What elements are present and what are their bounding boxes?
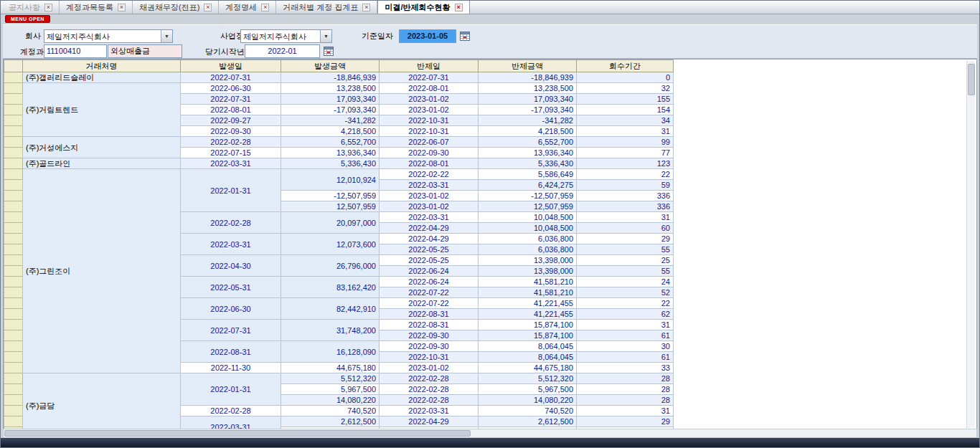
period-cell[interactable]: 32 — [577, 83, 674, 94]
amount-cell[interactable]: 20,097,000 — [281, 212, 380, 234]
tab-close-icon[interactable]: × — [44, 4, 52, 11]
row-selector-cell[interactable] — [4, 191, 23, 201]
amount-cell[interactable]: 5,512,320 — [479, 373, 577, 384]
row-selector-cell[interactable] — [4, 115, 23, 126]
amount-cell[interactable]: -17,093,340 — [281, 105, 380, 115]
row-selector-cell[interactable] — [4, 277, 23, 287]
site-select[interactable]: 제일저지주식회사 ▼ — [240, 29, 332, 43]
row-selector-cell[interactable] — [4, 266, 23, 277]
date-cell[interactable]: 2022-04-29 — [380, 234, 479, 244]
amount-cell[interactable]: 15,874,100 — [479, 330, 577, 341]
period-cell[interactable]: 33 — [577, 363, 674, 373]
row-selector-cell[interactable] — [4, 169, 23, 180]
amount-cell[interactable]: 740,520 — [281, 406, 380, 416]
date-cell[interactable]: 2022-08-31 — [380, 309, 479, 320]
date-cell[interactable]: 2022-03-31 — [181, 234, 281, 255]
amount-cell[interactable]: 5,967,500 — [479, 384, 577, 395]
amount-cell[interactable]: 13,398,000 — [479, 266, 577, 277]
date-cell[interactable]: 2022-04-29 — [380, 223, 479, 234]
amount-cell[interactable]: 82,442,910 — [281, 298, 380, 320]
amount-cell[interactable]: -341,282 — [479, 115, 577, 126]
amount-cell[interactable]: 13,238,500 — [281, 83, 380, 94]
amount-cell[interactable]: 13,238,500 — [479, 83, 577, 94]
chevron-down-icon[interactable]: ▼ — [320, 30, 331, 42]
period-cell[interactable]: 59 — [577, 180, 674, 191]
amount-cell[interactable]: 41,581,210 — [479, 277, 577, 287]
period-cell[interactable]: 29 — [577, 234, 674, 244]
period-start-input[interactable]: 2022-01 — [245, 44, 320, 58]
amount-cell[interactable]: 31,748,200 — [281, 320, 380, 341]
date-cell[interactable]: 2022-02-28 — [380, 384, 479, 395]
amount-cell[interactable]: 41,221,455 — [479, 309, 577, 320]
amount-cell[interactable]: 13,936,340 — [479, 148, 577, 158]
date-cell[interactable]: 2023-01-02 — [380, 363, 479, 373]
account-code-input[interactable]: 11100410 — [44, 44, 107, 58]
period-cell[interactable]: 22 — [577, 298, 674, 309]
period-cell[interactable]: 31 — [577, 320, 674, 330]
date-cell[interactable]: 2022-03-31 — [380, 212, 479, 223]
period-cell[interactable]: 30 — [577, 341, 674, 352]
amount-cell[interactable]: 41,221,455 — [479, 298, 577, 309]
row-selector-cell[interactable] — [4, 406, 23, 416]
date-cell[interactable]: 2022-07-22 — [380, 298, 479, 309]
date-cell[interactable]: 2023-01-02 — [380, 105, 479, 115]
period-cell[interactable]: 336 — [577, 191, 674, 201]
vertical-scrollbar-thumb[interactable] — [968, 64, 975, 95]
tab-close-icon[interactable]: × — [455, 4, 463, 11]
date-cell[interactable]: 2022-06-24 — [380, 277, 479, 287]
row-selector-cell[interactable] — [4, 330, 23, 341]
period-cell[interactable]: 28 — [577, 395, 674, 406]
date-cell[interactable]: 2022-02-22 — [380, 169, 479, 180]
period-cell[interactable]: 99 — [577, 137, 674, 148]
period-cell[interactable]: 123 — [577, 158, 674, 169]
horizontal-scrollbar[interactable] — [3, 429, 977, 438]
row-selector-cell[interactable] — [4, 201, 23, 212]
period-cell[interactable]: 55 — [577, 266, 674, 277]
date-cell[interactable]: 2022-09-27 — [181, 115, 281, 126]
amount-cell[interactable]: 6,036,800 — [479, 244, 577, 255]
period-calendar-button[interactable] — [323, 46, 334, 57]
tab-close-icon[interactable]: × — [118, 4, 126, 11]
row-selector-cell[interactable] — [4, 341, 23, 352]
amount-cell[interactable]: 5,336,430 — [479, 158, 577, 169]
amount-cell[interactable]: 6,424,275 — [479, 180, 577, 191]
amount-cell[interactable]: 83,162,420 — [281, 277, 380, 298]
amount-cell[interactable]: 6,036,800 — [479, 234, 577, 244]
tab-close-icon[interactable]: × — [204, 4, 212, 11]
date-cell[interactable]: 2022-03-31 — [181, 158, 281, 169]
row-selector-cell[interactable] — [4, 352, 23, 363]
period-cell[interactable]: 34 — [577, 115, 674, 126]
chevron-down-icon[interactable]: ▼ — [161, 30, 172, 42]
customer-cell[interactable]: (주)골드라인 — [23, 158, 181, 169]
date-cell[interactable]: 2022-02-28 — [181, 406, 281, 416]
period-cell[interactable]: 24 — [577, 277, 674, 287]
period-cell[interactable]: 61 — [577, 352, 674, 363]
amount-cell[interactable]: 26,796,000 — [281, 255, 380, 277]
amount-cell[interactable]: 8,064,045 — [479, 341, 577, 352]
amount-cell[interactable]: 12,507,959 — [479, 201, 577, 212]
row-selector-cell[interactable] — [4, 244, 23, 255]
period-cell[interactable]: 29 — [577, 416, 674, 427]
period-cell[interactable]: 0 — [577, 72, 674, 83]
date-cell[interactable]: 2022-05-25 — [380, 255, 479, 266]
customer-cell[interactable]: (주)거성에스지 — [23, 137, 181, 158]
row-selector-cell[interactable] — [4, 137, 23, 148]
horizontal-scrollbar-thumb[interactable] — [4, 430, 471, 437]
date-cell[interactable]: 2022-02-28 — [380, 395, 479, 406]
date-cell[interactable]: 2022-10-31 — [380, 352, 479, 363]
row-selector-cell[interactable] — [4, 298, 23, 309]
period-cell[interactable]: 28 — [577, 384, 674, 395]
base-date-input[interactable]: 2023-01-05 — [399, 29, 456, 43]
amount-cell[interactable]: 44,675,180 — [479, 363, 577, 373]
date-cell[interactable]: 2022-03-31 — [380, 406, 479, 416]
row-selector-cell[interactable] — [4, 395, 23, 406]
row-selector-cell[interactable] — [4, 223, 23, 234]
customer-cell[interactable]: (주)그린조이 — [23, 169, 181, 373]
period-cell[interactable]: 62 — [577, 309, 674, 320]
date-cell[interactable]: 2022-09-30 — [380, 341, 479, 352]
row-selector-cell[interactable] — [4, 234, 23, 244]
amount-cell[interactable]: 5,336,430 — [281, 158, 380, 169]
date-cell[interactable]: 2022-10-31 — [380, 126, 479, 137]
date-cell[interactable]: 2022-06-07 — [380, 137, 479, 148]
date-cell[interactable]: 2022-01-31 — [181, 169, 281, 212]
